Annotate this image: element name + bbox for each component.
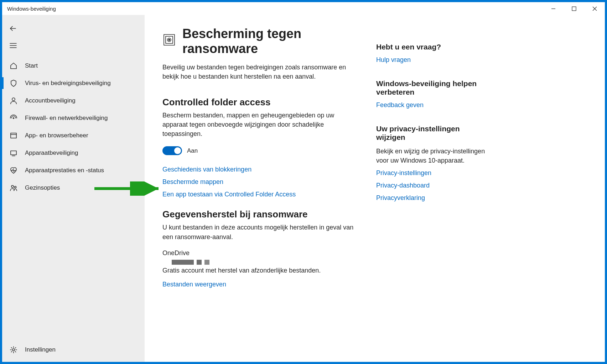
sidebar-item-virus[interactable]: Virus- en bedreigingsbeveiliging — [2, 74, 145, 92]
ransomware-icon — [162, 33, 176, 50]
link-protected-folders[interactable]: Beschermde mappen — [162, 178, 355, 186]
shield-icon — [9, 79, 18, 88]
arrow-left-icon — [9, 25, 17, 32]
sidebar-item-label: Start — [25, 62, 38, 69]
sidebar-item-device-security[interactable]: Apparaatbeveiliging — [2, 144, 145, 162]
link-privacy-statement[interactable]: Privacyverklaring — [376, 194, 490, 202]
sidebar-item-settings[interactable]: Instellingen — [2, 341, 145, 358]
titlebar: Windows-beveiliging — [2, 2, 605, 15]
sidebar-item-start[interactable]: Start — [2, 57, 145, 74]
recovery-description: U kunt bestanden in deze accounts mogeli… — [162, 223, 355, 241]
sidebar-item-label: Apparaatbeveiliging — [25, 149, 78, 157]
minimize-button[interactable] — [543, 2, 564, 15]
sidebar-item-app-browser[interactable]: App- en browserbeheer — [2, 127, 145, 144]
back-button[interactable] — [2, 20, 145, 37]
heart-icon — [9, 166, 18, 175]
svg-rect-12 — [11, 151, 16, 155]
svg-point-14 — [11, 185, 14, 188]
onedrive-heading: OneDrive — [162, 249, 355, 257]
link-block-history[interactable]: Geschiedenis van blokkeringen — [162, 166, 355, 173]
cfa-description: Bescherm bestanden, mappen en geheugenge… — [162, 111, 355, 138]
redacted-account — [172, 260, 355, 265]
svg-rect-1 — [572, 7, 576, 11]
privacy-description: Bekijk en wijzig de privacy-instellingen… — [376, 147, 490, 165]
close-button[interactable] — [584, 2, 605, 15]
onedrive-description: Gratis account met herstel van afzonderl… — [162, 267, 355, 274]
svg-point-9 — [13, 117, 14, 118]
link-privacy-settings[interactable]: Privacy-instellingen — [376, 169, 490, 177]
sidebar-item-label: Instellingen — [25, 346, 56, 353]
maximize-button[interactable] — [564, 2, 584, 15]
svg-point-15 — [15, 186, 16, 188]
page-description: Beveilig uw bestanden tegen bedreigingen… — [162, 63, 355, 81]
menu-icon — [9, 42, 17, 49]
improve-heading: Windows-beveiliging helpen verbeteren — [376, 79, 490, 96]
app-browser-icon — [9, 131, 18, 140]
recovery-heading: Gegevensherstel bij ransomware — [162, 209, 355, 220]
svg-point-16 — [12, 349, 15, 351]
sidebar-item-account[interactable]: Accountbeveiliging — [2, 92, 145, 109]
sidebar-item-label: Accountbeveiliging — [25, 97, 76, 104]
link-allow-app[interactable]: Een app toestaan via Controlled Folder A… — [162, 191, 355, 198]
person-icon — [9, 96, 18, 105]
home-icon — [9, 62, 18, 70]
link-view-files[interactable]: Bestanden weergeven — [162, 281, 355, 288]
sidebar: Start Virus- en bedreigingsbeveiliging A… — [2, 15, 145, 362]
device-icon — [9, 149, 18, 157]
hamburger-button[interactable] — [2, 37, 145, 54]
sidebar-item-label: App- en browserbeheer — [25, 132, 88, 139]
sidebar-item-label: Firewall- en netwerkbeveiliging — [25, 115, 108, 122]
sidebar-item-label: Virus- en bedreigingsbeveiliging — [25, 80, 111, 87]
svg-point-8 — [12, 98, 15, 101]
link-get-help[interactable]: Hulp vragen — [376, 56, 490, 64]
sidebar-item-performance[interactable]: Apparaatprestaties en -status — [2, 162, 145, 179]
network-icon — [9, 114, 18, 122]
cfa-toggle-label: Aan — [187, 147, 198, 154]
right-panel: Hebt u een vraag? Hulp vragen Windows-be… — [376, 26, 490, 348]
link-feedback[interactable]: Feedback geven — [376, 101, 490, 109]
svg-rect-10 — [11, 133, 16, 138]
sidebar-item-label: Apparaatprestaties en -status — [25, 167, 104, 174]
privacy-heading: Uw privacy-instellingen wijzigen — [376, 125, 490, 142]
main-content: Bescherming tegen ransomware Beveilig uw… — [162, 26, 355, 348]
window-title: Windows-beveiliging — [7, 6, 56, 12]
cfa-toggle[interactable] — [162, 146, 182, 155]
sidebar-item-family[interactable]: Gezinsopties — [2, 179, 145, 196]
link-privacy-dashboard[interactable]: Privacy-dashboard — [376, 182, 490, 189]
page-title: Bescherming tegen ransomware — [182, 26, 355, 56]
cfa-heading: Controlled folder access — [162, 97, 355, 108]
help-heading: Hebt u een vraag? — [376, 43, 490, 51]
sidebar-item-label: Gezinsopties — [25, 184, 60, 191]
svg-point-20 — [168, 39, 170, 41]
sidebar-item-firewall[interactable]: Firewall- en netwerkbeveiliging — [2, 109, 145, 127]
gear-icon — [9, 345, 18, 354]
family-icon — [9, 184, 18, 192]
